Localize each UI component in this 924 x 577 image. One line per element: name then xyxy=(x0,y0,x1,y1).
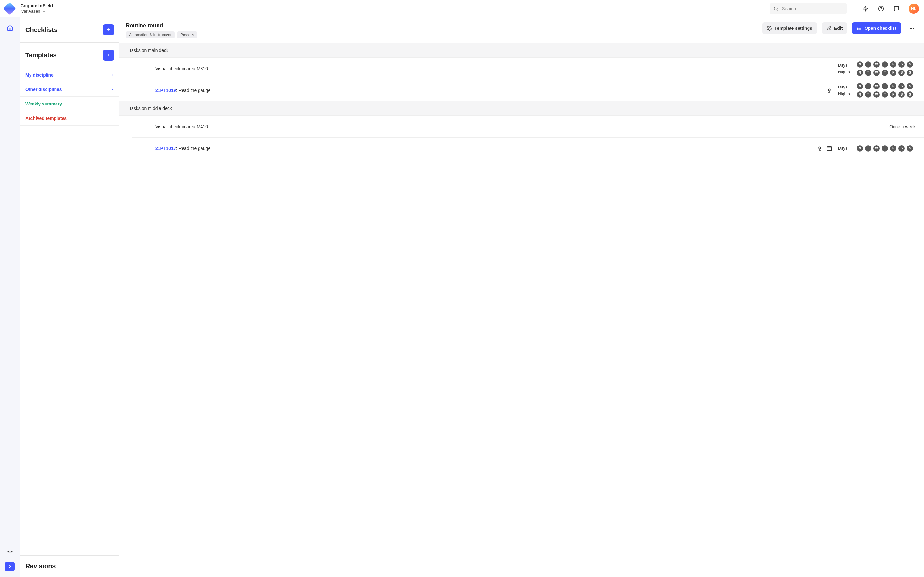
open-checklist-button[interactable]: Open checklist xyxy=(852,23,901,34)
chat-button[interactable] xyxy=(891,3,902,15)
svg-marker-2 xyxy=(863,6,868,11)
schedule-label: Days xyxy=(838,146,851,151)
sidebar-item-label: Archived templates xyxy=(25,116,67,121)
rail-api[interactable] xyxy=(5,547,15,556)
chat-icon xyxy=(893,6,899,11)
tag: Process xyxy=(177,31,197,39)
day-dot: F xyxy=(890,91,897,98)
asset-link[interactable]: 21PT1019 xyxy=(155,88,176,93)
svg-point-15 xyxy=(769,27,770,29)
svg-point-23 xyxy=(819,147,821,149)
tag: Automation & Instrument xyxy=(126,31,174,39)
sidebar-item-label: Other disciplines xyxy=(25,87,62,92)
day-dot: S xyxy=(898,83,905,89)
day-dot: S xyxy=(898,61,905,68)
task-text: : Read the gauge xyxy=(176,88,210,93)
day-dot: W xyxy=(873,61,880,68)
calendar-icon xyxy=(827,145,832,151)
gear-icon xyxy=(767,26,772,31)
project-name: Ivar Aasen xyxy=(21,9,40,14)
location-icon xyxy=(827,87,832,93)
day-dots: MTWTFSS xyxy=(857,145,913,152)
checklist-icon xyxy=(857,26,862,31)
lightning-icon xyxy=(863,6,869,11)
day-dot: S xyxy=(907,69,913,76)
task-row[interactable]: 21PT1019: Read the gaugeDaysNightsMTWTFS… xyxy=(132,79,924,101)
sidebar-item-archived[interactable]: Archived templates xyxy=(20,111,119,126)
frequency-text: Once a week xyxy=(889,124,918,129)
sidebar-templates-header: Templates + xyxy=(20,43,119,68)
task-row[interactable]: Visual check in area M310DaysNightsMTWTF… xyxy=(132,58,924,79)
asset-link[interactable]: 21PT1017 xyxy=(155,146,176,151)
task-row[interactable]: Visual check in area M410Once a week xyxy=(132,116,924,137)
sidebar-item-label: My discipline xyxy=(25,73,53,77)
rail-home[interactable] xyxy=(5,23,15,33)
add-template-button[interactable]: + xyxy=(103,50,114,61)
tag-row: Automation & Instrument Process xyxy=(126,31,197,39)
svg-line-11 xyxy=(9,552,9,553)
task-label: 21PT1017: Read the gauge xyxy=(155,146,210,151)
pencil-icon xyxy=(827,26,832,31)
avatar[interactable]: NL xyxy=(909,3,919,14)
day-dot: M xyxy=(857,91,863,98)
help-button[interactable] xyxy=(875,3,887,15)
sidebar-item-other-disciplines[interactable]: Other disciplines xyxy=(20,82,119,97)
day-dot: T xyxy=(882,145,888,152)
more-button[interactable] xyxy=(906,23,918,34)
day-dot: M xyxy=(857,83,863,89)
button-label: Edit xyxy=(834,26,843,31)
day-dot: T xyxy=(865,91,871,98)
chevron-down-icon xyxy=(42,9,46,13)
task-text: : Read the gauge xyxy=(176,146,210,151)
schedule-label: Nights xyxy=(838,91,851,96)
schedule-label: Days xyxy=(838,85,851,89)
chevron-right-icon xyxy=(111,88,114,91)
task-group-header: Tasks on middle deck xyxy=(120,101,924,116)
day-dot: T xyxy=(882,69,888,76)
add-checklist-button[interactable]: + xyxy=(103,24,114,35)
search-input[interactable] xyxy=(782,6,843,11)
schedule-labels: DaysNights xyxy=(838,63,852,74)
svg-line-10 xyxy=(11,552,11,553)
search-box[interactable] xyxy=(770,3,846,15)
sidebar-checklists-header: Checklists + xyxy=(20,17,119,43)
svg-line-12 xyxy=(11,551,11,551)
divider xyxy=(853,0,853,17)
schedule-days: MTWTFSSMTWTFSS xyxy=(857,61,913,76)
button-label: Open checklist xyxy=(864,26,897,31)
nav-rail xyxy=(0,17,20,577)
schedule-label: Nights xyxy=(838,69,851,74)
plus-icon: + xyxy=(107,52,110,59)
day-dot: S xyxy=(907,145,913,152)
more-horizontal-icon xyxy=(909,25,915,31)
day-dot: T xyxy=(865,69,871,76)
task-group-header: Tasks on main deck xyxy=(120,43,924,58)
sidebar-item-weekly-summary[interactable]: Weekly summary xyxy=(20,97,119,111)
app-name: Cognite InField xyxy=(21,3,53,9)
task-row[interactable]: 21PT1017: Read the gaugeDaysMTWTFSS xyxy=(132,137,924,159)
checklists-title: Checklists xyxy=(25,26,57,34)
day-dots: MTWTFSS xyxy=(857,61,913,68)
app-title-block: Cognite InField Ivar Aasen xyxy=(21,3,53,13)
template-settings-button[interactable]: Template settings xyxy=(762,23,817,34)
plus-icon: + xyxy=(107,27,110,33)
svg-rect-24 xyxy=(827,147,832,150)
svg-point-22 xyxy=(829,89,830,91)
rail-expand[interactable] xyxy=(5,562,15,571)
sidebar: Checklists + Templates + My discipline O… xyxy=(20,17,120,577)
sidebar-item-my-discipline[interactable]: My discipline xyxy=(20,68,119,82)
location-icon xyxy=(817,145,822,151)
sidebar-revisions-header[interactable]: Revisions xyxy=(20,555,119,577)
edit-button[interactable]: Edit xyxy=(822,23,847,34)
lightning-button[interactable] xyxy=(860,3,871,15)
svg-point-21 xyxy=(913,28,914,29)
day-dot: F xyxy=(890,61,897,68)
svg-point-20 xyxy=(911,28,913,29)
sidebar-item-label: Weekly summary xyxy=(25,101,62,106)
schedule-labels: DaysNights xyxy=(838,85,852,96)
schedule-days: MTWTFSSMTWTFSS xyxy=(857,83,913,98)
project-selector[interactable]: Ivar Aasen xyxy=(21,9,53,14)
day-dot: T xyxy=(865,83,871,89)
svg-line-1 xyxy=(777,10,778,11)
day-dot: S xyxy=(907,91,913,98)
